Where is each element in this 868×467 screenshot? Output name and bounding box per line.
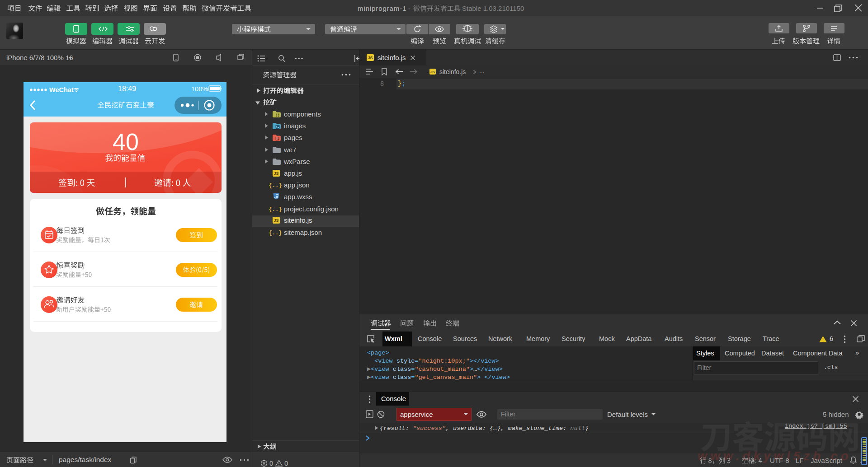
svg-text:{..}: {..} — [269, 182, 282, 189]
svg-text:{..}: {..} — [269, 206, 282, 213]
svg-text:{..}: {..} — [269, 230, 282, 236]
svg-text:JS: JS — [274, 218, 278, 223]
svg-text:JS: JS — [274, 171, 278, 176]
svg-text:JS: JS — [430, 70, 435, 74]
svg-text:JS: JS — [368, 56, 373, 60]
svg-text:WeChat: WeChat — [49, 86, 74, 93]
